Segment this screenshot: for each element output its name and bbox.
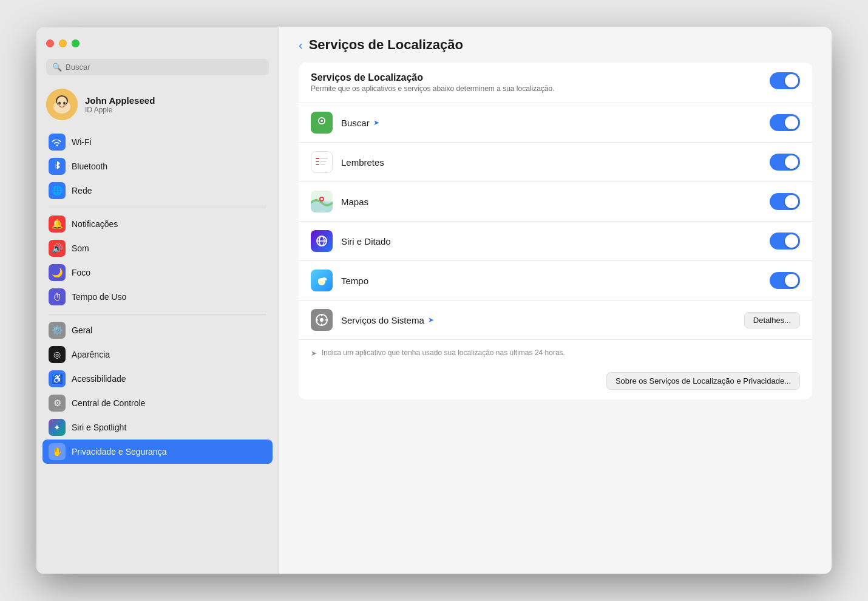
tempo-info: Tempo [341,276,761,286]
user-profile[interactable]: John Appleseed ID Apple [36,83,279,130]
lembretes-toggle[interactable] [770,154,800,171]
siri-icon: ✦ [49,419,66,436]
siri-ditado-info: Siri e Ditado [341,236,761,246]
som-icon: 🔊 [49,240,66,257]
svg-point-27 [320,318,324,322]
lembretes-icon [311,151,333,173]
nav-group-3: ⚙️ Geral ◎ Aparência ♿ Acessibilidade ⚙ … [42,318,273,464]
mapas-toggle[interactable] [770,193,800,210]
tempo-uso-icon: ⏱ [49,288,66,305]
svg-rect-12 [316,158,319,159]
buscar-info: Buscar ➤ [341,118,761,128]
tempo-row: Tempo [299,261,812,300]
nav-group-1: Wi-Fi Bluetooth 🌐 Rede [42,130,273,203]
buscar-location-arrow: ➤ [373,118,379,127]
sidebar-label-siri: Siri e Spotlight [72,423,126,432]
foco-icon: 🌙 [49,264,66,281]
sidebar-item-privacidade[interactable]: ✋ Privacidade e Segurança [42,440,273,464]
sidebar-item-foco[interactable]: 🌙 Foco [42,260,273,285]
sidebar-item-wifi[interactable]: Wi-Fi [42,130,273,154]
mapas-row: Mapas [299,182,812,222]
wifi-icon [49,134,66,151]
notificacoes-icon: 🔔 [49,216,66,233]
sidebar-item-central[interactable]: ⚙ Central de Controle [42,391,273,415]
sidebar-label-wifi: Wi-Fi [72,137,92,147]
privacy-button[interactable]: Sobre os Serviços de Localização e Priva… [606,372,800,390]
minimize-button[interactable] [59,39,67,47]
svg-point-6 [63,102,66,105]
avatar [46,89,78,120]
search-input[interactable] [66,63,263,72]
titlebar [36,27,279,59]
sidebar-label-notificacoes: Notificações [72,219,118,229]
svg-rect-15 [320,158,328,159]
svg-point-5 [58,102,61,105]
separator-2 [49,314,266,314]
svg-point-21 [320,198,323,200]
tempo-toggle[interactable] [770,272,800,289]
back-button[interactable]: ‹ [299,38,303,52]
rede-icon: 🌐 [49,182,66,199]
sidebar-label-bluetooth: Bluetooth [72,161,107,171]
siri-ditado-row: Siri e Ditado [299,222,812,261]
sidebar: 🔍 John Appleseed ID Apple [36,27,279,574]
sidebar-item-geral[interactable]: ⚙️ Geral [42,318,273,342]
sidebar-item-aparencia[interactable]: ◎ Aparência [42,342,273,367]
lembretes-name: Lembretes [341,157,761,168]
sidebar-label-privacidade: Privacidade e Segurança [72,447,166,457]
sidebar-label-central: Central de Controle [72,398,145,408]
tempo-name: Tempo [341,276,761,286]
geral-icon: ⚙️ [49,322,66,339]
central-icon: ⚙ [49,395,66,412]
lembretes-row: Lembretes [299,143,812,182]
buscar-name: Buscar ➤ [341,118,761,128]
sistema-icon [311,309,333,331]
siri-ditado-name: Siri e Ditado [341,236,761,246]
sidebar-item-bluetooth[interactable]: Bluetooth [42,154,273,178]
svg-rect-13 [316,161,319,162]
sidebar-label-acessibilidade: Acessibilidade [72,374,126,384]
footer-note-text: Indica um aplicativo que tenha usado sua… [322,348,565,357]
sidebar-item-rede[interactable]: 🌐 Rede [42,178,273,203]
location-services-toggle[interactable] [770,72,800,89]
sidebar-label-aparencia: Aparência [72,350,110,359]
search-bar[interactable]: 🔍 [46,59,269,75]
details-button[interactable]: Detalhes... [744,312,800,328]
acessibilidade-icon: ♿ [49,370,66,387]
location-services-label: Serviços de Localização [311,72,761,83]
mapas-icon [311,191,333,212]
search-icon: 🔍 [52,63,62,72]
sistema-name: Serviços do Sistema ➤ [341,315,736,325]
svg-rect-16 [320,161,327,162]
separator-1 [49,208,266,208]
footer-note: ➤ Indica um aplicativo que tenha usado s… [299,340,812,366]
lembretes-info: Lembretes [341,157,761,168]
siri-ditado-toggle[interactable] [770,233,800,250]
sidebar-label-rede: Rede [72,186,92,195]
location-services-master-row: Serviços de Localização Permite que os a… [299,63,812,103]
sidebar-item-som[interactable]: 🔊 Som [42,236,273,260]
user-subtitle: ID Apple [85,106,155,114]
buscar-toggle[interactable] [770,114,800,131]
close-button[interactable] [46,39,54,47]
sistema-row: Serviços do Sistema ➤ Detalhes... [299,300,812,340]
sidebar-item-tempo-uso[interactable]: ⏱ Tempo de Uso [42,285,273,309]
mapas-name: Mapas [341,197,761,207]
svg-rect-14 [316,164,319,165]
privacy-button-row: Sobre os Serviços de Localização e Priva… [299,366,812,399]
mapas-info: Mapas [341,197,761,207]
note-arrow-icon: ➤ [311,349,317,358]
sidebar-item-siri[interactable]: ✦ Siri e Spotlight [42,415,273,440]
svg-point-10 [320,120,323,122]
user-info: John Appleseed ID Apple [85,95,155,114]
aparencia-icon: ◎ [49,346,66,363]
sidebar-item-notificacoes[interactable]: 🔔 Notificações [42,212,273,236]
user-name: John Appleseed [85,95,155,106]
main-header: ‹ Serviços de Localização [279,27,832,63]
svg-point-4 [57,97,67,106]
sidebar-item-acessibilidade[interactable]: ♿ Acessibilidade [42,367,273,391]
maximize-button[interactable] [72,39,80,47]
settings-content: Serviços de Localização Permite que os a… [279,63,832,419]
nav-group-2: 🔔 Notificações 🔊 Som 🌙 Foco ⏱ Tempo de U… [42,212,273,309]
privacidade-icon: ✋ [49,443,66,460]
